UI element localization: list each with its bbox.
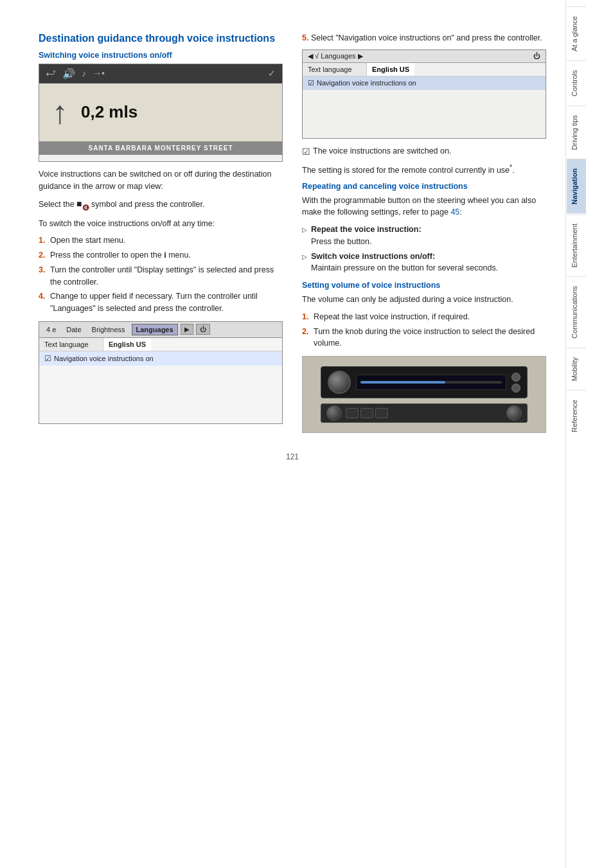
menu-top-bar: ◀ √ Languages ▶ ⏻ [303, 50, 546, 63]
step-1: 1. Open the start menu. [39, 235, 283, 247]
menu-display-2: ◀ √ Languages ▶ ⏻ Text language English … [302, 49, 546, 139]
menu-power-icon: ⏻ [533, 52, 540, 60]
button-panel [511, 373, 520, 393]
checkmark-icon-1: ☑ [44, 354, 51, 363]
setting-stored-note: The setting is stored for the remote con… [302, 163, 546, 177]
page-number: 121 [39, 452, 546, 461]
check-symbol: ☑ [302, 145, 310, 159]
body-text-2: Select the ■🔇 symbol and press the contr… [39, 197, 283, 212]
text-language-value: English US [103, 338, 151, 351]
bullet-switch: Switch voice instructions on/off: Mainta… [302, 251, 546, 275]
nav-display-image: ⮐ 🔊 ♪ →• ✓ ↑ 0,2 mls SANTA BARBARA MONTE… [39, 64, 283, 162]
step-4: 4. Change to upper field if necessary. T… [39, 290, 283, 315]
nav-map-area: ↑ 0,2 mls [39, 84, 282, 141]
sidebar-tab-entertainment[interactable]: Entertainment [567, 214, 586, 276]
body-text-3: To switch the voice instructions on/off … [39, 218, 283, 230]
bullet-repeat: Repeat the voice instruction: Press the … [302, 224, 546, 248]
music-icon: ♪ [82, 68, 86, 78]
text-lang-label-2: Text language [303, 63, 367, 76]
checkmark-toolbar: ✓ [268, 68, 276, 78]
sidebar-tab-driving-tips[interactable]: Driving tips [567, 105, 586, 159]
sidebar-tab-communications[interactable]: Communications [567, 276, 586, 348]
nav-voice-check-row-1: ☑ Navigation voice instructions on [39, 351, 282, 366]
sidebar-tab-navigation[interactable]: Navigation [567, 159, 586, 213]
nav-voice-check-row-2: ☑ Navigation voice instructions on [303, 76, 546, 90]
checkmark-icon-2: ☑ [308, 79, 314, 87]
subsection3-title: Setting volume of voice instructions [302, 281, 546, 290]
speaker-icon: 🔊 [62, 67, 75, 80]
menu-tab-4e: 4 e [42, 324, 60, 335]
arrow-icon: →• [93, 68, 105, 78]
subsection1-title: Switching voice instructions on/off [39, 51, 283, 60]
page-link-45[interactable]: 45 [450, 208, 459, 217]
subsection3-body: The volume can only be adjusted during a… [302, 294, 546, 306]
menu-tab-date: Date [62, 324, 85, 335]
menu-bar-1: 4 e Date Brightness Languages ▶ ⏻ [39, 322, 282, 338]
menu-power-btn: ⏻ [196, 324, 210, 335]
volume-steps-list: 1. Repeat the last voice instruction, if… [302, 311, 546, 350]
menu-tab-languages-active: Languages [132, 324, 178, 335]
sidebar-tab-at-a-glance[interactable]: At a glance [567, 6, 586, 60]
text-lang-value-2: English US [367, 63, 414, 76]
right-column: 5. Select "Navigation voice instructions… [302, 32, 546, 439]
bullet-list: Repeat the voice instruction: Press the … [302, 224, 546, 274]
text-language-label: Text language [39, 338, 103, 351]
body-text-1: Voice instructions can be switched on or… [39, 168, 283, 193]
nav-voice-label-2: Navigation voice instructions on [317, 79, 416, 87]
back-icon: ⮐ [46, 67, 56, 79]
step-5: 5. Select "Navigation voice instructions… [302, 32, 546, 44]
sidebar-tab-controls[interactable]: Controls [567, 60, 586, 105]
right-knob [506, 405, 522, 421]
step-3: 3. Turn the controller until "Display se… [39, 264, 283, 288]
nav-toolbar: ⮐ 🔊 ♪ →• ✓ [39, 64, 282, 84]
nav-distance: 0,2 mls [81, 102, 138, 122]
volume-image [302, 356, 546, 433]
main-section-title: Destination guidance through voice instr… [39, 32, 283, 46]
voice-on-note: ☑ The voice instructions are switched on… [302, 145, 546, 159]
volume-step-1: 1. Repeat the last voice instruction, if… [302, 311, 546, 323]
left-column: Destination guidance through voice instr… [39, 32, 283, 439]
subsection2-title: Repeating and canceling voice instructio… [302, 182, 546, 191]
volume-knob [328, 371, 351, 394]
step-2: 2. Press the controller to open the i me… [39, 249, 283, 261]
menu-text-language-row: Text language English US [39, 338, 282, 351]
menu-tab-brightness: Brightness [88, 324, 129, 335]
menu-text-lang-row-2: Text language English US [303, 63, 546, 76]
steps-list: 1. Open the start menu. 2. Press the con… [39, 235, 283, 315]
nav-street: SANTA BARBARA MONTERREY STREET [39, 141, 282, 155]
sidebar-tab-mobility[interactable]: Mobility [567, 348, 586, 390]
sidebar-tab-reference[interactable]: Reference [567, 390, 586, 441]
nav-voice-label-1: Navigation voice instructions on [54, 355, 154, 362]
small-knob [326, 405, 342, 421]
menu-next-arrow: ▶ [181, 324, 193, 335]
menu-back-arrow: ◀ √ Languages ▶ [308, 52, 363, 60]
sidebar-tabs: At a glance Controls Driving tips Naviga… [565, 0, 586, 868]
menu-display-1: 4 e Date Brightness Languages ▶ ⏻ Text l… [39, 321, 283, 424]
subsection2-body: With the programmable button on the stee… [302, 195, 546, 219]
volume-step-2: 2. Turn the knob during the voice instru… [302, 326, 546, 350]
direction-arrow: ↑ [52, 96, 68, 128]
